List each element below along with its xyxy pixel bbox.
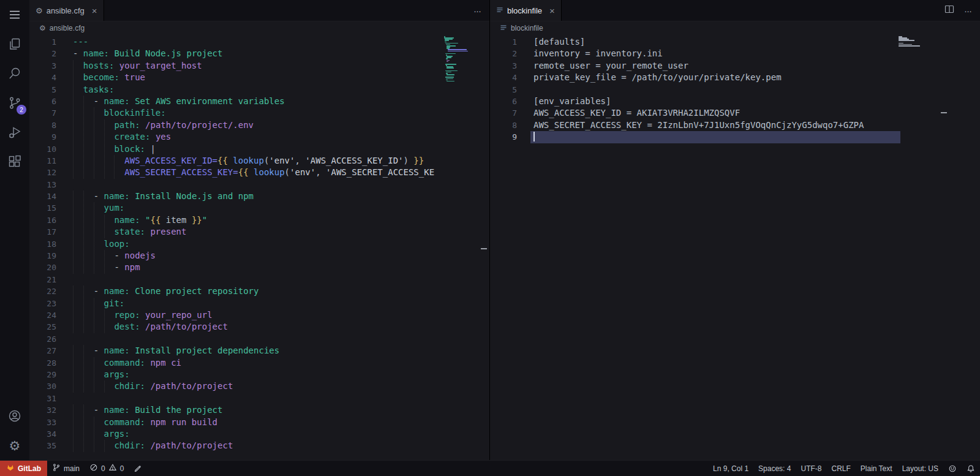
code-line[interactable]: 30 chdir: /path/to/project xyxy=(29,380,489,392)
code-line[interactable]: 8 path: /path/to/project/.env xyxy=(29,119,489,131)
line-number: 32 xyxy=(29,404,56,416)
code-line[interactable]: 27 - name: Install project dependencies xyxy=(29,345,489,357)
code-line[interactable]: 2inventory = inventory.ini xyxy=(490,48,980,59)
code-line[interactable]: 13 xyxy=(29,179,489,191)
line-number: 8 xyxy=(490,119,517,131)
split-editor-icon[interactable] xyxy=(944,4,954,17)
code-line[interactable]: 29 args: xyxy=(29,369,489,380)
tab-ansible-cfg[interactable]: ⚙ ansible.cfg × xyxy=(29,0,104,21)
code-line[interactable]: 35 chdir: /path/to/project xyxy=(29,440,489,451)
code-line[interactable]: 17 state: present xyxy=(29,226,489,238)
scrollbar-mark xyxy=(941,112,947,113)
feedback-smiley-icon[interactable] xyxy=(943,461,962,476)
more-actions-icon[interactable]: ··· xyxy=(964,6,971,15)
code-line[interactable]: 3remote_user = your_remote_user xyxy=(490,60,980,72)
code-line[interactable]: 15 yum: xyxy=(29,202,489,214)
line-number: 34 xyxy=(29,428,56,440)
encoding-indicator[interactable]: UTF-8 xyxy=(796,461,826,476)
code-line[interactable]: 34 args: xyxy=(29,428,489,440)
code-line[interactable]: 5 xyxy=(490,84,980,96)
gitlab-icon xyxy=(6,463,15,474)
code-line[interactable]: 19 - nodejs xyxy=(29,250,489,262)
editor-ansible-cfg[interactable]: 1---2- name: Build Node.js project3 host… xyxy=(29,35,489,460)
code-line[interactable]: 23 git: xyxy=(29,298,489,309)
close-icon[interactable]: × xyxy=(549,6,555,15)
minimap-line xyxy=(445,42,447,43)
close-icon[interactable]: × xyxy=(92,6,97,15)
line-number: 30 xyxy=(29,380,56,392)
code-line[interactable]: 7AWS_ACCESS_KEY_ID = AKIAT3VRHA2ILMZQSQV… xyxy=(490,107,980,119)
branch-indicator[interactable]: main xyxy=(47,461,85,476)
pencil-icon[interactable] xyxy=(129,461,147,476)
code-line[interactable]: 4 become: true xyxy=(29,72,489,83)
cursor-position[interactable]: Ln 9, Col 1 xyxy=(708,461,753,476)
line-number: 26 xyxy=(29,333,56,345)
minimap[interactable] xyxy=(899,36,927,48)
code-line[interactable]: 10 block: | xyxy=(29,143,489,155)
code-line[interactable]: 28 command: npm ci xyxy=(29,357,489,369)
code-line[interactable]: 11 AWS_ACCESS_KEY_ID={{ lookup('env', 'A… xyxy=(29,155,489,167)
status-bar-right: Ln 9, Col 1 Spaces: 4 UTF-8 CRLF Plain T… xyxy=(708,461,980,476)
code-line[interactable]: 8AWS_SECRET_ACCESS_KEY = 2IznLbnV+7J1Uxn… xyxy=(490,119,980,131)
problems-indicator[interactable]: 0 0 xyxy=(85,461,129,476)
line-number: 28 xyxy=(29,357,56,369)
code-line[interactable]: 2- name: Build Node.js project xyxy=(29,48,489,59)
code-line[interactable]: 7 blockinfile: xyxy=(29,107,489,119)
list-file-icon xyxy=(500,24,507,33)
breadcrumb-label: blockinfile xyxy=(511,24,543,32)
errors-icon xyxy=(89,463,98,474)
search-icon[interactable] xyxy=(0,59,29,88)
source-control-icon[interactable]: 2 xyxy=(0,88,29,118)
settings-gear-icon[interactable]: ⚙ xyxy=(0,431,29,460)
code-line[interactable]: 22 - name: Clone project repository xyxy=(29,285,489,297)
more-actions-icon[interactable]: ··· xyxy=(473,6,481,15)
workbench: ⚙ ansible.cfg × ··· ⚙ ansible.cfg 1---2-… xyxy=(29,0,980,460)
indentation-indicator[interactable]: Spaces: 4 xyxy=(753,461,796,476)
code-line[interactable]: 31 xyxy=(29,393,489,404)
code-line[interactable]: 6[env_variables] xyxy=(490,96,980,107)
eol-indicator[interactable]: CRLF xyxy=(826,461,855,476)
minimap[interactable] xyxy=(444,36,472,82)
explorer-icon[interactable] xyxy=(0,29,29,59)
code-line[interactable]: 9 xyxy=(490,131,980,143)
code-line[interactable]: 6 - name: Set AWS environment variables xyxy=(29,96,489,107)
line-number: 21 xyxy=(29,274,56,285)
tab-label: blockinfile xyxy=(507,6,542,15)
code-line[interactable]: 14 - name: Install Node.js and npm xyxy=(29,191,489,202)
menu-icon[interactable] xyxy=(0,0,29,29)
line-number: 1 xyxy=(29,36,56,48)
code-line[interactable]: 9 create: yes xyxy=(29,131,489,143)
warnings-count: 0 xyxy=(120,464,124,473)
code-line[interactable]: 4private_key_file = /path/to/your/privat… xyxy=(490,72,980,83)
code-line[interactable]: 20 - npm xyxy=(29,262,489,273)
account-icon[interactable] xyxy=(0,401,29,431)
minimap-line xyxy=(447,81,454,82)
keyboard-layout-indicator[interactable]: Layout: US xyxy=(897,461,943,476)
list-file-icon xyxy=(496,6,503,15)
code-line[interactable]: 33 command: npm run build xyxy=(29,417,489,428)
editor-blockinfile[interactable]: 1[defaults]2inventory = inventory.ini3re… xyxy=(490,35,980,460)
code-line[interactable]: 25 dest: /path/to/project xyxy=(29,321,489,333)
code-line[interactable]: 21 xyxy=(29,274,489,285)
language-mode-indicator[interactable]: Plain Text xyxy=(856,461,897,476)
tab-blockinfile[interactable]: blockinfile × xyxy=(490,0,562,21)
code-line[interactable]: 3 hosts: your_target_host xyxy=(29,60,489,72)
code-line[interactable]: 26 xyxy=(29,333,489,345)
breadcrumb-left[interactable]: ⚙ ansible.cfg xyxy=(29,21,489,35)
line-number: 4 xyxy=(29,72,56,83)
breadcrumb-right[interactable]: blockinfile xyxy=(490,21,980,35)
run-debug-icon[interactable] xyxy=(0,118,29,147)
code-line[interactable]: 18 loop: xyxy=(29,238,489,250)
editor-actions-left: ··· xyxy=(465,0,489,21)
code-line[interactable]: 16 name: "{{ item }}" xyxy=(29,214,489,226)
minimap-line xyxy=(445,40,449,41)
code-line[interactable]: 12 AWS_SECRET_ACCESS_KEY={{ lookup('env'… xyxy=(29,167,489,178)
extensions-icon[interactable] xyxy=(0,147,29,176)
code-line[interactable]: 1--- xyxy=(29,36,489,48)
code-line[interactable]: 32 - name: Build the project xyxy=(29,404,489,416)
gitlab-status[interactable]: GitLab xyxy=(0,461,47,476)
code-line[interactable]: 5 tasks: xyxy=(29,84,489,96)
notifications-bell-icon[interactable] xyxy=(962,461,980,476)
minimap-line xyxy=(899,45,920,47)
code-line[interactable]: 24 repo: your_repo_url xyxy=(29,309,489,321)
